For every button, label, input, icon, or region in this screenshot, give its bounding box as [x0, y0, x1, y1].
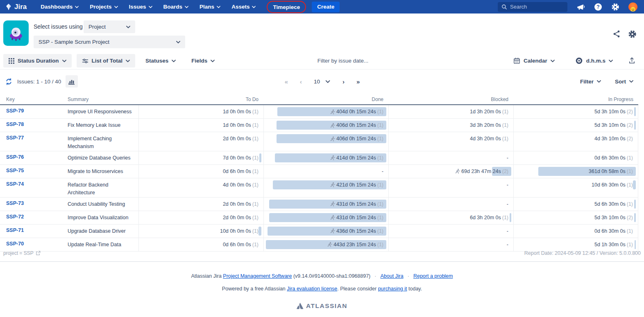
footer-text: Atlassian Jira: [191, 273, 223, 279]
issue-source-select[interactable]: Project: [84, 20, 135, 33]
share-icon[interactable]: [612, 30, 621, 38]
key-cell: SSP-75: [0, 165, 68, 178]
external-link-icon[interactable]: [36, 251, 41, 256]
table-row: SSP-78Fix Memory Leak Issue1d 0h 0m 0s(1…: [0, 119, 638, 132]
select-issues-label: Select issues using: [34, 23, 83, 30]
atlassian-logo: ATLASSIAN: [0, 302, 644, 310]
nav-item-boards[interactable]: Boards: [163, 4, 189, 10]
nav-item-dashboards[interactable]: Dashboards: [41, 4, 79, 10]
duration-value: 5d 3h 10m 0s(2): [594, 215, 633, 220]
col-header-key: Key: [0, 94, 68, 104]
page-size-select[interactable]: 10: [314, 79, 330, 85]
nav-search[interactable]: [498, 2, 567, 12]
table-row: SSP-79Improve UI Responsiveness1d 0h 0m …: [0, 105, 638, 119]
help-icon[interactable]: ?: [594, 3, 602, 11]
calendar-icon: [513, 57, 520, 64]
calendar-button[interactable]: Calendar: [508, 54, 560, 67]
footer-link[interactable]: Project Management Software: [223, 273, 292, 279]
issue-key-link[interactable]: SSP-78: [6, 121, 24, 127]
project-select[interactable]: SSP - Sample Scrum Project: [34, 36, 185, 48]
duration-cell: 69d 23h 47m 24s(2): [388, 165, 513, 178]
time-format-button[interactable]: d.h.m.s: [570, 54, 618, 67]
issue-key-link[interactable]: SSP-77: [6, 135, 24, 141]
issue-count: (1): [502, 109, 508, 115]
filter-button[interactable]: Filter: [580, 75, 601, 88]
issue-count: (2): [627, 109, 633, 115]
issue-count: (2): [627, 136, 633, 142]
issue-key-link[interactable]: SSP-79: [6, 108, 24, 114]
footer-link[interactable]: Jira evaluation license: [287, 286, 337, 292]
col-header-summary: Summary: [68, 94, 138, 104]
nav-item-assets[interactable]: Assets: [231, 4, 256, 10]
settings-gear-icon[interactable]: [628, 30, 637, 38]
issue-key-link[interactable]: SSP-72: [6, 214, 24, 220]
jira-logo[interactable]: Jira: [5, 3, 27, 11]
first-page-button[interactable]: «: [285, 78, 288, 85]
duration-cell: 5d 3h 10m 0s(2): [513, 119, 638, 132]
runner-icon: [330, 123, 335, 128]
export-icon[interactable]: [628, 57, 636, 65]
col-header-inprogress: In Progress: [513, 94, 638, 104]
megaphone-icon[interactable]: [576, 3, 585, 11]
issue-count: (1): [627, 169, 633, 174]
key-cell: SSP-78: [0, 119, 68, 132]
duration-cell: 2d 0h 0m 0s(1): [138, 198, 263, 211]
issue-key-link[interactable]: SSP-71: [6, 227, 24, 233]
issue-key-link[interactable]: SSP-76: [6, 154, 24, 160]
chart-view-button[interactable]: [66, 75, 78, 88]
duration-cell: -: [388, 225, 513, 238]
duration-value: 4d 0h 0m 0s(1): [223, 182, 259, 188]
gear-icon[interactable]: [611, 3, 619, 11]
runner-icon: [330, 201, 335, 207]
summary-cell: Implement Caching Mechanism: [68, 132, 138, 151]
duration-bar: [634, 107, 636, 116]
jira-footer: Atlassian Jira Project Management Softwa…: [0, 262, 644, 310]
last-page-button[interactable]: »: [356, 78, 359, 85]
report-type-button[interactable]: Status Duration: [3, 54, 72, 67]
duration-bar: [259, 227, 261, 236]
duration-cell: 5d 3h 10m 0s(2): [513, 105, 638, 118]
duration-value: 421d 0h 15m 24s(1): [330, 182, 383, 188]
fields-button[interactable]: Fields: [186, 54, 220, 67]
statuses-button[interactable]: Statuses: [140, 54, 181, 67]
footer-text: . Please consider: [337, 286, 378, 292]
refresh-icon[interactable]: [5, 78, 13, 85]
chevron-down-icon: [326, 80, 330, 83]
issue-key-link[interactable]: SSP-75: [6, 168, 24, 173]
key-cell: SSP-76: [0, 151, 68, 164]
duration-cell: 436d 0h 15m 24s(1): [263, 225, 388, 238]
issue-count: (2): [627, 215, 633, 220]
nav-item-plans[interactable]: Plans: [200, 4, 220, 10]
duration-cell: 6d 3h 20m 0s(1): [388, 211, 513, 224]
timepiece-highlight-annotation: Timepiece: [267, 1, 306, 13]
footer-link[interactable]: About Jira: [380, 273, 403, 279]
issue-key-link[interactable]: SSP-74: [6, 181, 24, 187]
footer-link[interactable]: Report a problem: [413, 273, 453, 279]
duration-cell: 406d 0h 15m 24s(1): [263, 119, 388, 132]
sort-button[interactable]: Sort: [615, 75, 633, 88]
user-avatar[interactable]: [628, 2, 637, 11]
chevron-down-icon: [217, 6, 220, 8]
nav-item-timepiece[interactable]: Timepiece: [273, 4, 300, 10]
svg-text:?: ?: [596, 4, 599, 10]
table-row: SSP-75Migrate to Microservices0d 6h 0m 0…: [0, 165, 638, 178]
list-mode-button[interactable]: List of Total: [77, 54, 136, 67]
nav-item-issues[interactable]: Issues: [129, 4, 152, 10]
issue-key-link[interactable]: SSP-73: [6, 200, 24, 206]
issue-count: (1): [502, 136, 508, 142]
search-input[interactable]: [510, 4, 559, 10]
chevron-down-icon: [75, 6, 79, 8]
prev-page-button[interactable]: ‹: [300, 78, 302, 85]
chevron-down-icon: [126, 26, 130, 28]
duration-value: 4d 3h 20m 0s(1): [470, 136, 508, 142]
date-filter-input[interactable]: Filter by issue date...: [317, 58, 369, 64]
chevron-down-icon: [172, 60, 176, 62]
key-cell: SSP-71: [0, 225, 68, 238]
nav-item-projects[interactable]: Projects: [90, 4, 118, 10]
issue-count: (1): [252, 136, 259, 142]
table-row: SSP-71Upgrade Database Driver10d 0h 0m 0…: [0, 225, 638, 238]
create-button[interactable]: Create: [312, 2, 340, 12]
duration-value: 361d 0h 58m 0s(1): [589, 169, 633, 174]
footer-link[interactable]: purchasing it: [378, 286, 407, 292]
next-page-button[interactable]: ›: [342, 78, 344, 85]
